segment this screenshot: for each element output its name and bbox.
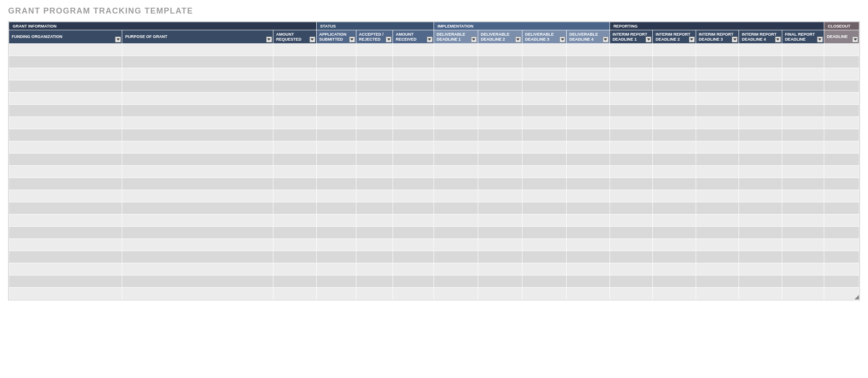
table-cell[interactable] [824,190,859,202]
table-cell[interactable] [316,227,356,239]
table-cell[interactable] [316,93,356,105]
table-cell[interactable] [609,251,653,263]
table-cell[interactable] [122,227,273,239]
table-cell[interactable] [609,154,653,166]
table-cell[interactable] [739,227,782,239]
table-cell[interactable] [9,202,122,215]
table-cell[interactable] [739,166,782,178]
table-cell[interactable] [273,251,316,263]
table-cell[interactable] [393,68,434,80]
filter-dropdown-icon[interactable] [559,37,565,42]
table-cell[interactable] [696,56,739,68]
table-cell[interactable] [122,215,273,227]
table-cell[interactable] [567,166,610,178]
table-cell[interactable] [356,68,393,80]
table-cell[interactable] [393,93,434,105]
table-cell[interactable] [609,141,653,154]
table-cell[interactable] [273,105,316,117]
table-cell[interactable] [739,251,782,263]
table-cell[interactable] [434,288,478,300]
table-cell[interactable] [356,105,393,117]
table-cell[interactable] [9,263,122,275]
table-cell[interactable] [739,239,782,251]
table-cell[interactable] [316,251,356,263]
table-cell[interactable] [9,239,122,251]
table-cell[interactable] [393,288,434,300]
table-cell[interactable] [782,263,824,275]
table-cell[interactable] [739,141,782,154]
table-cell[interactable] [122,251,273,263]
table-cell[interactable] [653,93,696,105]
table-cell[interactable] [434,166,478,178]
table-cell[interactable] [273,263,316,275]
table-cell[interactable] [9,44,122,56]
table-cell[interactable] [609,68,653,80]
table-cell[interactable] [567,44,610,56]
table-cell[interactable] [356,202,393,215]
table-cell[interactable] [522,80,566,93]
table-cell[interactable] [782,239,824,251]
table-cell[interactable] [609,178,653,190]
table-cell[interactable] [316,141,356,154]
table-cell[interactable] [522,141,566,154]
table-cell[interactable] [653,202,696,215]
table-cell[interactable] [356,239,393,251]
table-cell[interactable] [434,141,478,154]
table-cell[interactable] [273,80,316,93]
table-cell[interactable] [9,251,122,263]
table-cell[interactable] [567,215,610,227]
table-cell[interactable] [696,44,739,56]
table-cell[interactable] [609,215,653,227]
table-cell[interactable] [567,93,610,105]
table-cell[interactable] [356,93,393,105]
table-cell[interactable] [567,251,610,263]
table-cell[interactable] [9,80,122,93]
table-cell[interactable] [356,154,393,166]
table-cell[interactable] [478,129,522,141]
table-cell[interactable] [522,251,566,263]
table-cell[interactable] [824,117,859,129]
table-cell[interactable] [273,154,316,166]
table-cell[interactable] [316,275,356,288]
table-cell[interactable] [782,56,824,68]
table-cell[interactable] [478,105,522,117]
table-cell[interactable] [653,117,696,129]
table-cell[interactable] [356,215,393,227]
table-cell[interactable] [824,275,859,288]
table-cell[interactable] [273,117,316,129]
table-cell[interactable] [609,44,653,56]
table-cell[interactable] [356,56,393,68]
table-cell[interactable] [522,239,566,251]
table-cell[interactable] [273,44,316,56]
table-cell[interactable] [122,56,273,68]
table-cell[interactable] [356,227,393,239]
table-cell[interactable] [696,215,739,227]
table-cell[interactable] [434,202,478,215]
table-cell[interactable] [824,56,859,68]
table-cell[interactable] [696,80,739,93]
table-cell[interactable] [696,129,739,141]
table-cell[interactable] [356,190,393,202]
table-cell[interactable] [434,117,478,129]
table-cell[interactable] [316,154,356,166]
table-cell[interactable] [522,105,566,117]
table-cell[interactable] [522,202,566,215]
table-cell[interactable] [273,141,316,154]
table-cell[interactable] [393,275,434,288]
table-cell[interactable] [434,275,478,288]
table-cell[interactable] [824,154,859,166]
table-cell[interactable] [356,166,393,178]
filter-dropdown-icon[interactable] [386,37,392,42]
table-cell[interactable] [316,202,356,215]
table-cell[interactable] [434,129,478,141]
table-cell[interactable] [478,227,522,239]
table-cell[interactable] [609,202,653,215]
table-cell[interactable] [356,117,393,129]
table-cell[interactable] [393,56,434,68]
table-cell[interactable] [393,239,434,251]
table-cell[interactable] [609,239,653,251]
table-cell[interactable] [696,251,739,263]
table-cell[interactable] [824,141,859,154]
filter-dropdown-icon[interactable] [603,37,609,42]
table-cell[interactable] [522,117,566,129]
